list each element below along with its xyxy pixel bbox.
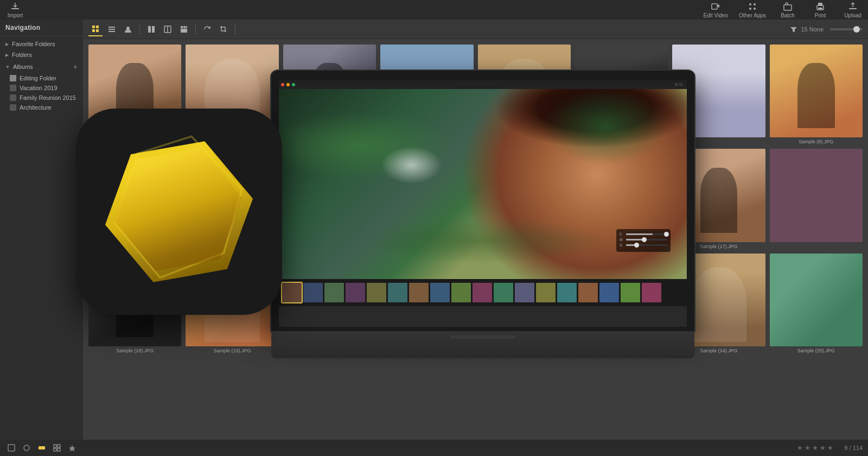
photo-thumb[interactable]	[88, 254, 181, 346]
import-button[interactable]: Import	[4, 2, 26, 18]
rotate-button[interactable]	[200, 22, 214, 36]
photo-thumb[interactable]	[186, 254, 278, 346]
photo-cell[interactable]	[380, 149, 473, 249]
svg-rect-0	[11, 8, 19, 9]
photo-thumb[interactable]	[770, 149, 863, 242]
other-apps-button[interactable]: Other Apps	[739, 2, 766, 18]
photo-thumb[interactable]	[575, 149, 668, 242]
photo-cell[interactable]: Sample (23).JPG	[575, 254, 668, 353]
svg-rect-23	[181, 26, 183, 28]
sidebar-album-architecture[interactable]: Architecture	[0, 103, 83, 112]
photo-cell[interactable]	[672, 45, 765, 144]
photo-thumb[interactable]	[478, 254, 571, 346]
svg-rect-1	[712, 4, 717, 9]
bottom-tool-btn-1[interactable]	[5, 442, 17, 454]
photo-cell[interactable]: Sample (25).JPG	[770, 254, 863, 353]
photo-thumb[interactable]	[380, 254, 473, 346]
svg-rect-25	[186, 26, 187, 28]
photo-thumb[interactable]	[186, 45, 278, 137]
sidebar-album-vacation[interactable]: Vacation 2019	[0, 83, 83, 93]
photo-cell[interactable]: Sample (17).JPG	[672, 149, 765, 249]
edit-video-button[interactable]: Edit Video	[704, 2, 728, 18]
people-view-button[interactable]	[121, 22, 135, 36]
photo-cell[interactable]	[380, 45, 473, 144]
photo-cell[interactable]: Sample (24).JPG	[672, 254, 765, 353]
svg-rect-33	[58, 448, 60, 451]
star-1[interactable]: ★	[797, 444, 803, 452]
photo-cell[interactable]	[575, 149, 668, 249]
photo-cell[interactable]: Sample (12).JPG	[186, 149, 278, 249]
bottom-tools	[5, 442, 78, 454]
bottom-tool-btn-3[interactable]	[36, 442, 48, 454]
photo-thumb[interactable]	[672, 149, 765, 242]
photo-cell[interactable]: Sample (21).JPG	[380, 254, 473, 353]
photo-cell[interactable]: Sample (3).JPG	[283, 45, 376, 144]
svg-rect-11	[92, 26, 95, 28]
bottom-tool-btn-5[interactable]	[66, 442, 78, 454]
photo-cell[interactable]	[478, 45, 571, 144]
star-4[interactable]: ★	[820, 444, 826, 452]
split-view-button[interactable]	[161, 22, 175, 36]
photo-thumb[interactable]	[575, 254, 668, 346]
photo-cell[interactable]: Sample (18).JPG	[88, 254, 181, 353]
svg-rect-12	[96, 26, 99, 28]
star-rating[interactable]: ★ ★ ★ ★ ★	[797, 444, 833, 452]
photo-cell[interactable]: Sample (8).JPG	[770, 45, 863, 144]
crop-button[interactable]	[216, 22, 231, 36]
upload-icon	[848, 2, 858, 11]
bottom-tool-btn-4[interactable]	[51, 442, 63, 454]
photo-thumb[interactable]	[478, 45, 571, 137]
photo-thumb[interactable]	[770, 254, 863, 346]
photo-cell[interactable]: Sample (3).JPG	[186, 45, 278, 144]
svg-rect-20	[152, 26, 155, 33]
sidebar-item-favorite-folders[interactable]: ▶ Favorite Folders	[0, 39, 83, 49]
grid-view-button[interactable]	[88, 22, 103, 36]
star-5[interactable]: ★	[827, 444, 833, 452]
photo-thumb[interactable]	[283, 149, 376, 242]
svg-rect-13	[92, 29, 95, 32]
sidebar-album-family[interactable]: Family Reunion 2015	[0, 93, 83, 103]
list-view-button[interactable]	[105, 22, 119, 36]
photo-count: 9 / 114	[844, 445, 863, 451]
photo-thumb[interactable]	[478, 149, 571, 242]
star-3[interactable]: ★	[812, 444, 818, 452]
photo-cell[interactable]	[283, 149, 376, 249]
bottom-tool-btn-2[interactable]	[21, 442, 33, 454]
photo-cell[interactable]	[770, 149, 863, 249]
add-album-button[interactable]: +	[73, 62, 78, 71]
photo-thumb[interactable]	[88, 45, 181, 137]
photo-thumb[interactable]	[672, 45, 765, 137]
photo-cell[interactable]: Sample (22).JPG	[478, 254, 571, 353]
photo-cell[interactable]: Sample P...	[88, 45, 181, 144]
multi-view-button[interactable]	[177, 22, 191, 36]
sidebar-album-editing-folder[interactable]: Editing Folder	[0, 73, 83, 83]
print-icon	[815, 2, 825, 11]
import-icon	[10, 2, 20, 11]
content-area: 15 None Sample P... Sample (3).J	[83, 20, 868, 440]
svg-point-4	[749, 8, 751, 10]
photo-thumb[interactable]	[380, 149, 473, 242]
album-icon	[10, 75, 16, 81]
photo-thumb[interactable]	[88, 149, 181, 242]
photo-thumb[interactable]	[283, 45, 376, 137]
photo-cell[interactable]: Sample (20).JPG	[283, 254, 376, 353]
photo-thumb[interactable]	[770, 45, 863, 137]
photo-thumb[interactable]	[380, 45, 473, 137]
photo-thumb[interactable]	[186, 149, 278, 242]
batch-button[interactable]: Batch	[777, 2, 799, 18]
photo-thumb[interactable]	[283, 254, 376, 346]
photo-cell[interactable]: Sample (19).JPG	[186, 254, 278, 353]
upload-button[interactable]: Upload	[842, 2, 864, 18]
photo-thumb[interactable]	[672, 254, 765, 346]
photo-cell[interactable]	[575, 45, 668, 144]
other-apps-icon	[748, 2, 757, 11]
photo-cell[interactable]	[478, 149, 571, 249]
sidebar-item-albums[interactable]: ▼ Albums +	[0, 60, 83, 73]
sidebar-item-folders[interactable]: ▶ Folders	[0, 49, 83, 60]
zoom-slider[interactable]	[830, 28, 863, 30]
photo-cell[interactable]: Sample P...	[88, 149, 181, 249]
photo-thumb[interactable]	[575, 45, 668, 137]
star-2[interactable]: ★	[805, 444, 810, 452]
print-button[interactable]: Print	[809, 2, 831, 18]
compare-view-button[interactable]	[144, 22, 158, 36]
